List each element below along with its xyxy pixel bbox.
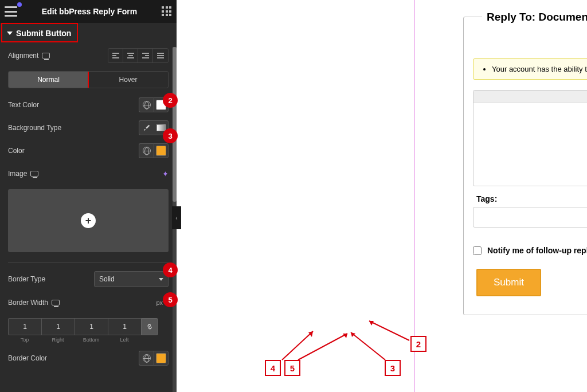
annotation-arrow-5 bbox=[296, 330, 353, 364]
annotation-badge-3: 3 bbox=[163, 128, 178, 143]
brush-icon bbox=[143, 124, 151, 132]
link-icon bbox=[146, 323, 154, 331]
scrollbar-thumb[interactable] bbox=[173, 47, 177, 202]
border-color-swatch[interactable] bbox=[154, 351, 169, 366]
align-center-button[interactable] bbox=[123, 49, 138, 62]
ai-sparkle-icon[interactable]: ✦ bbox=[162, 170, 169, 178]
label-left: Left bbox=[120, 337, 128, 343]
notification-dot bbox=[17, 2, 22, 7]
selection-outline bbox=[414, 0, 415, 392]
reply-textarea[interactable] bbox=[473, 103, 587, 183]
caret-down-icon bbox=[7, 32, 13, 35]
responsive-icon[interactable] bbox=[42, 53, 50, 58]
border-color-label: Border Color bbox=[8, 354, 47, 362]
editor-toolbar[interactable] bbox=[473, 91, 587, 103]
border-width-bottom-input[interactable] bbox=[75, 318, 108, 335]
accordion-submit-button[interactable]: Submit Button bbox=[0, 23, 177, 44]
notify-label: Notify me of follow-up replies via email bbox=[487, 246, 587, 255]
swatch-orange bbox=[156, 353, 166, 363]
notice-text: Your account has the ability to post unr… bbox=[492, 65, 587, 73]
annotation-badge-4: 4 bbox=[163, 262, 178, 277]
bg-color-label: Color bbox=[8, 147, 25, 155]
globe-icon bbox=[143, 101, 151, 109]
label-bottom: Bottom bbox=[83, 337, 100, 343]
annotation-badge-5: 5 bbox=[163, 292, 178, 307]
editor-shell bbox=[473, 90, 587, 186]
border-width-label: Border Width bbox=[8, 299, 48, 307]
text-color-global-button[interactable] bbox=[139, 97, 154, 112]
background-type-label: Background Type bbox=[8, 124, 61, 132]
border-color-global-button[interactable] bbox=[139, 351, 154, 366]
alignment-label: Alignment bbox=[8, 52, 38, 60]
submit-button[interactable]: Submit bbox=[476, 269, 541, 296]
border-width-right-input[interactable] bbox=[41, 318, 75, 335]
text-color-label: Text Color bbox=[8, 101, 39, 109]
tags-label: Tags: bbox=[476, 194, 587, 203]
globe-icon bbox=[143, 147, 151, 155]
label-right: Right bbox=[52, 337, 64, 343]
divider bbox=[8, 262, 169, 263]
label-top: Top bbox=[21, 337, 29, 343]
responsive-icon[interactable] bbox=[30, 171, 38, 177]
svg-line-14 bbox=[351, 332, 385, 360]
image-label: Image bbox=[8, 170, 27, 178]
bg-type-classic-button[interactable] bbox=[139, 120, 154, 135]
tab-normal[interactable]: Normal bbox=[9, 72, 88, 88]
annotation-callout-2: 2 bbox=[410, 336, 426, 352]
tags-input[interactable] bbox=[473, 207, 587, 228]
tab-hover[interactable]: Hover bbox=[88, 72, 168, 88]
swatch-orange bbox=[156, 146, 166, 156]
annotation-callout-3: 3 bbox=[385, 360, 401, 376]
border-type-value: Solid bbox=[99, 275, 115, 283]
chevron-down-icon bbox=[159, 278, 163, 281]
align-right-button[interactable] bbox=[138, 49, 153, 62]
bg-color-swatch[interactable] bbox=[154, 143, 169, 158]
collapse-panel-handle[interactable]: ‹ bbox=[172, 206, 181, 229]
state-tabs: Normal Hover bbox=[8, 71, 169, 88]
border-width-top-input[interactable] bbox=[8, 318, 41, 335]
form-legend: Reply To: Document Writing bbox=[482, 11, 587, 23]
align-justify-button[interactable] bbox=[153, 49, 168, 62]
gradient-icon bbox=[156, 124, 166, 131]
border-type-select[interactable]: Solid bbox=[94, 271, 169, 287]
link-values-button[interactable] bbox=[141, 318, 158, 335]
notice-box: Your account has the ability to post unr… bbox=[473, 58, 587, 80]
panel-title: Edit bbPress Reply Form bbox=[17, 7, 162, 16]
annotation-callout-4: 4 bbox=[265, 360, 281, 376]
widgets-grid-icon[interactable] bbox=[162, 6, 172, 17]
accordion-title: Submit Button bbox=[16, 29, 71, 38]
annotation-callout-5: 5 bbox=[284, 360, 300, 376]
align-left-button[interactable] bbox=[108, 49, 123, 62]
svg-line-18 bbox=[298, 334, 347, 360]
border-type-label: Border Type bbox=[8, 275, 45, 283]
add-image-icon: + bbox=[81, 213, 96, 228]
annotation-badge-2: 2 bbox=[163, 93, 178, 108]
reply-form-preview: Reply To: Document Writing Your account … bbox=[463, 17, 587, 315]
bg-color-global-button[interactable] bbox=[139, 143, 154, 158]
border-width-left-input[interactable] bbox=[108, 318, 141, 335]
image-picker[interactable]: + bbox=[8, 189, 169, 252]
responsive-icon[interactable] bbox=[52, 300, 60, 305]
notify-checkbox[interactable] bbox=[473, 246, 482, 255]
alignment-buttons bbox=[108, 48, 169, 63]
hamburger-icon[interactable] bbox=[5, 6, 17, 17]
globe-icon bbox=[143, 354, 151, 362]
